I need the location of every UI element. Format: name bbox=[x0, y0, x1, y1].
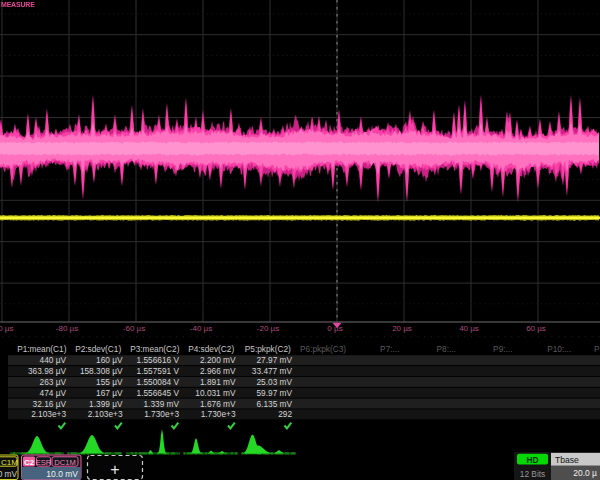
svg-text:P3:mean(C2): P3:mean(C2) bbox=[130, 344, 180, 354]
svg-text:155 µV: 155 µV bbox=[96, 377, 123, 387]
svg-text:-40 µs: -40 µs bbox=[190, 324, 212, 333]
svg-text:P10:...: P10:... bbox=[547, 344, 571, 354]
svg-text:32.16 µV: 32.16 µV bbox=[33, 399, 67, 409]
svg-text:1.556645 V: 1.556645 V bbox=[137, 388, 180, 398]
svg-text:60 µs: 60 µs bbox=[526, 324, 546, 333]
svg-text:1.730e+3: 1.730e+3 bbox=[201, 409, 236, 419]
svg-text:P9:...: P9:... bbox=[493, 344, 512, 354]
svg-text:6.135 mV: 6.135 mV bbox=[256, 399, 292, 409]
svg-text:P1: P1 bbox=[594, 344, 600, 354]
svg-text:2.103e+3: 2.103e+3 bbox=[88, 409, 123, 419]
svg-text:Tbase: Tbase bbox=[555, 455, 579, 465]
svg-text:-20 µs: -20 µs bbox=[257, 324, 279, 333]
svg-text:27.97 mV: 27.97 mV bbox=[256, 355, 292, 365]
svg-text:0 mV: 0 mV bbox=[0, 469, 17, 479]
svg-text:59.97 mV: 59.97 mV bbox=[256, 388, 292, 398]
svg-text:P5:pkpk(C2): P5:pkpk(C2) bbox=[245, 344, 291, 354]
svg-text:1.550084 V: 1.550084 V bbox=[137, 377, 180, 387]
svg-text:1.399 µV: 1.399 µV bbox=[89, 399, 123, 409]
svg-text:P2:sdev(C1): P2:sdev(C1) bbox=[75, 344, 121, 354]
svg-text:20.0 µ: 20.0 µ bbox=[573, 468, 597, 478]
svg-text:363.98 µV: 363.98 µV bbox=[28, 366, 66, 376]
svg-text:1.676 mV: 1.676 mV bbox=[200, 399, 236, 409]
svg-text:167 µV: 167 µV bbox=[96, 388, 123, 398]
svg-text:0 µs: 0 µs bbox=[327, 324, 342, 333]
svg-text:2.966 mV: 2.966 mV bbox=[200, 366, 236, 376]
svg-text:DC1M: DC1M bbox=[54, 458, 76, 467]
svg-text:1.557591 V: 1.557591 V bbox=[137, 366, 180, 376]
svg-text:440 µV: 440 µV bbox=[40, 355, 67, 365]
svg-text:-60 µs: -60 µs bbox=[123, 324, 145, 333]
svg-text:40 µs: 40 µs bbox=[459, 324, 479, 333]
svg-text:10.031 mV: 10.031 mV bbox=[195, 388, 236, 398]
svg-text:1.891 mV: 1.891 mV bbox=[200, 377, 236, 387]
svg-text:292: 292 bbox=[278, 409, 292, 419]
svg-text:474 µV: 474 µV bbox=[40, 388, 67, 398]
svg-text:158.308 µV: 158.308 µV bbox=[80, 366, 123, 376]
svg-text:HD: HD bbox=[526, 455, 538, 465]
svg-text:25.03 mV: 25.03 mV bbox=[256, 377, 292, 387]
svg-text:12 Bits: 12 Bits bbox=[520, 469, 545, 479]
svg-text:10.0 mV: 10.0 mV bbox=[46, 469, 78, 479]
svg-text:P8:...: P8:... bbox=[437, 344, 456, 354]
svg-text:33.477 mV: 33.477 mV bbox=[252, 366, 293, 376]
svg-text:P7:...: P7:... bbox=[380, 344, 399, 354]
svg-text:MEASURE: MEASURE bbox=[1, 1, 35, 8]
svg-text:160 µV: 160 µV bbox=[96, 355, 123, 365]
svg-text:1.730e+3: 1.730e+3 bbox=[144, 409, 179, 419]
svg-text:1.339 mV: 1.339 mV bbox=[143, 399, 179, 409]
svg-text:P4:sdev(C2): P4:sdev(C2) bbox=[188, 344, 234, 354]
svg-text:ESR: ESR bbox=[36, 458, 52, 467]
svg-text:263 µV: 263 µV bbox=[40, 377, 67, 387]
svg-text:2.103e+3: 2.103e+3 bbox=[31, 409, 66, 419]
svg-text:1.556616 V: 1.556616 V bbox=[137, 355, 180, 365]
svg-text:+: + bbox=[110, 461, 119, 478]
svg-text:C1M: C1M bbox=[1, 458, 18, 467]
svg-text:P1:mean(C1): P1:mean(C1) bbox=[17, 344, 67, 354]
svg-text:P6:pkpk(C3): P6:pkpk(C3) bbox=[300, 344, 346, 354]
svg-text:20 µs: 20 µs bbox=[392, 324, 412, 333]
svg-text:-80 µs: -80 µs bbox=[56, 324, 78, 333]
svg-text:-100 µs: -100 µs bbox=[0, 324, 13, 333]
svg-text:C2: C2 bbox=[24, 458, 35, 467]
svg-text:2.200 mV: 2.200 mV bbox=[200, 355, 236, 365]
